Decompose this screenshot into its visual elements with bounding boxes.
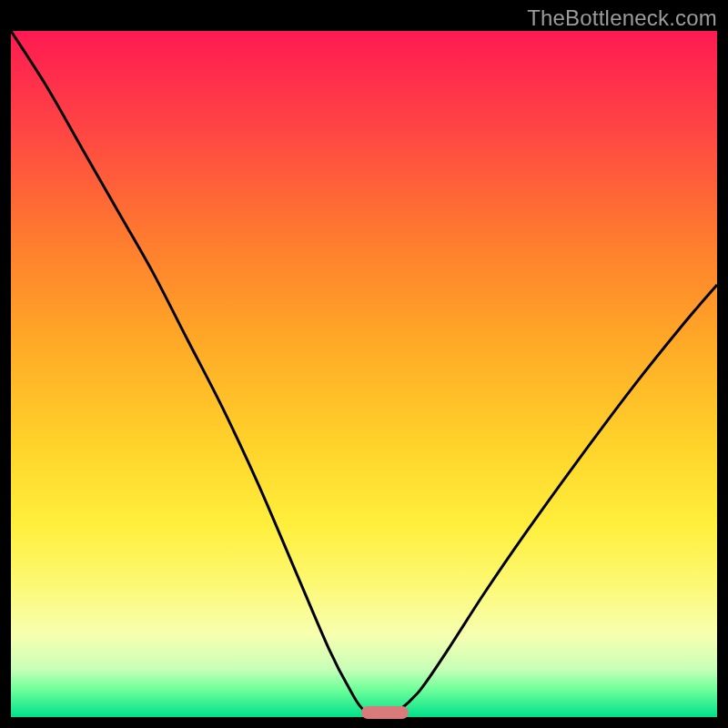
trough-marker	[361, 706, 409, 719]
bottleneck-curve	[11, 31, 717, 717]
chart-frame	[11, 31, 717, 717]
watermark-text: TheBottleneck.com	[527, 5, 717, 31]
chart-curve-svg	[11, 31, 717, 717]
